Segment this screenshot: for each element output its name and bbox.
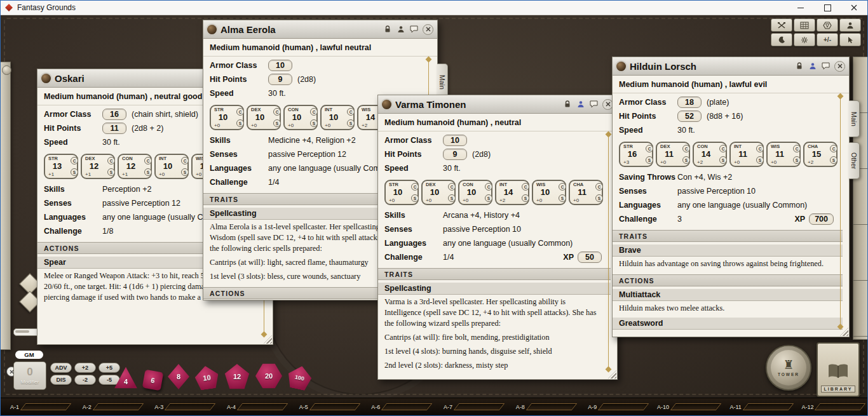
window-header[interactable]: Varma Timonen	[378, 95, 617, 114]
save-roll-button[interactable]: S	[411, 194, 419, 202]
check-roll-button[interactable]: C	[236, 108, 244, 116]
check-roll-button[interactable]: C	[719, 145, 727, 152]
window-header[interactable]: Hilduin Lorsch	[613, 57, 849, 76]
token-icon[interactable]	[576, 100, 585, 109]
d100-die[interactable]: 100	[286, 364, 314, 392]
check-roll-button[interactable]: C	[181, 157, 189, 164]
save-roll-button[interactable]: S	[559, 194, 566, 202]
ability-box[interactable]: STR 16 +3 C S	[619, 142, 653, 167]
hotkey-slot-bar[interactable]	[670, 403, 721, 410]
hotkey-slot[interactable]: A-9	[578, 398, 651, 415]
save-roll-button[interactable]: S	[595, 194, 603, 202]
check-roll-button[interactable]: C	[273, 108, 281, 116]
check-roll-button[interactable]: C	[411, 183, 419, 191]
trait-brave[interactable]: Brave	[613, 245, 843, 257]
check-roll-button[interactable]: C	[347, 108, 355, 116]
docked-window-right-edge[interactable]	[853, 57, 867, 340]
ability-box[interactable]: STR 13 +1 C S	[44, 154, 78, 179]
modifier-button[interactable]: -2	[74, 375, 96, 385]
hotkey-slot[interactable]: A-1	[1, 398, 73, 415]
hotkey-slot-bar[interactable]	[237, 403, 288, 410]
close-window-button[interactable]	[834, 61, 845, 72]
check-roll-button[interactable]: C	[144, 157, 152, 164]
resize-grip[interactable]	[264, 335, 272, 344]
d20-die[interactable]: 20	[255, 363, 282, 389]
xp-value[interactable]: 50	[578, 252, 602, 263]
hotkey-slot-bar[interactable]	[309, 403, 360, 410]
maximize-button[interactable]	[814, 1, 841, 15]
d6-die[interactable]: 6	[142, 370, 164, 391]
sheet-side-tab[interactable]: Other	[849, 142, 860, 179]
check-roll-button[interactable]: C	[682, 145, 690, 152]
save-roll-button[interactable]: S	[830, 156, 837, 164]
save-roll-button[interactable]: S	[719, 156, 727, 164]
d8-die[interactable]: 8	[168, 364, 189, 389]
save-roll-button[interactable]: S	[71, 168, 78, 176]
hotkey-slot-bar[interactable]	[92, 403, 143, 410]
check-roll-button[interactable]: C	[485, 183, 492, 191]
save-roll-button[interactable]: S	[347, 119, 355, 127]
window-header[interactable]: Alma Eerola	[203, 20, 437, 39]
check-roll-button[interactable]: C	[71, 157, 78, 164]
hotkey-slot[interactable]: A-7	[434, 398, 506, 415]
hotkey-slot[interactable]: A-4	[217, 398, 290, 415]
lock-icon[interactable]	[383, 25, 392, 34]
hotkey-slot[interactable]: A-11	[723, 398, 796, 415]
ability-box[interactable]: CON 10 +0 C S	[283, 105, 318, 130]
check-roll-button[interactable]: C	[448, 183, 456, 191]
save-roll-button[interactable]: S	[485, 194, 492, 202]
hit-points-value[interactable]: 9	[268, 74, 292, 85]
hotkey-slot[interactable]: A-5	[290, 398, 362, 415]
close-window-button[interactable]	[423, 24, 433, 35]
token-icon[interactable]	[808, 62, 817, 71]
options-button[interactable]	[771, 18, 792, 32]
modifier-button[interactable]: DIS	[50, 375, 72, 385]
token-icon[interactable]	[396, 25, 405, 34]
modifier-box[interactable]: 0 Modifier	[13, 361, 46, 390]
ability-box[interactable]: DEX 11 +0 C S	[656, 142, 690, 167]
settings-button[interactable]	[794, 33, 815, 46]
ability-box[interactable]: WIS 11 +0 C S	[766, 142, 801, 167]
save-roll-button[interactable]: S	[273, 119, 281, 127]
check-roll-button[interactable]: C	[559, 183, 566, 191]
hotkey-slot-bar[interactable]	[742, 403, 793, 410]
save-roll-button[interactable]: S	[522, 194, 529, 202]
trait-multiattack[interactable]: Multiattack	[613, 289, 843, 301]
hotkey-slot-bar[interactable]	[20, 403, 71, 410]
check-roll-button[interactable]: C	[595, 183, 603, 191]
hotkey-slot-bar[interactable]	[165, 403, 215, 410]
d4-die[interactable]: 4	[114, 366, 138, 389]
gm-chat-label[interactable]: GM	[15, 351, 43, 359]
save-roll-button[interactable]: S	[310, 119, 318, 127]
pointer-button[interactable]	[839, 33, 861, 46]
ability-box[interactable]: STR 10 +0 C S	[384, 180, 419, 205]
check-roll-button[interactable]: C	[793, 145, 801, 152]
lighting-button[interactable]	[771, 33, 792, 46]
modifier-button[interactable]: ADV	[50, 363, 72, 373]
save-roll-button[interactable]: S	[448, 194, 456, 202]
check-roll-button[interactable]: C	[522, 183, 529, 191]
hotkey-slot[interactable]: A-6	[362, 398, 434, 415]
ability-box[interactable]: INT 11 +0 C S	[729, 142, 764, 167]
hotkey-slot-bar[interactable]	[454, 403, 505, 410]
ability-box[interactable]: INT 14 +2 C S	[495, 180, 529, 205]
save-roll-button[interactable]: S	[107, 168, 115, 176]
save-roll-button[interactable]: S	[181, 168, 189, 176]
ability-box[interactable]: CON 14 +2 C S	[693, 142, 727, 167]
armor-class-value[interactable]: 10	[443, 135, 467, 146]
modifiers-button[interactable]: +/-	[817, 33, 838, 46]
ability-box[interactable]: INT 10 +0 C S	[154, 154, 189, 179]
ability-box[interactable]: STR 10 +0 C S	[210, 105, 244, 130]
save-roll-button[interactable]: S	[236, 119, 244, 127]
lock-icon[interactable]	[562, 100, 572, 109]
close-button[interactable]	[841, 1, 867, 15]
ability-box[interactable]: DEX 10 +0 C S	[247, 105, 281, 130]
hotkey-slot-bar[interactable]	[598, 403, 649, 410]
check-roll-button[interactable]: C	[756, 145, 764, 152]
save-roll-button[interactable]: S	[682, 156, 690, 164]
ability-box[interactable]: CHA 11 +0 C S	[569, 180, 603, 205]
hit-points-value[interactable]: 52	[677, 111, 702, 122]
ability-box[interactable]: CON 10 +0 C S	[458, 180, 492, 205]
dice-tower-button[interactable]: ♜ TOWER	[766, 345, 811, 391]
check-roll-button[interactable]: C	[830, 145, 837, 152]
